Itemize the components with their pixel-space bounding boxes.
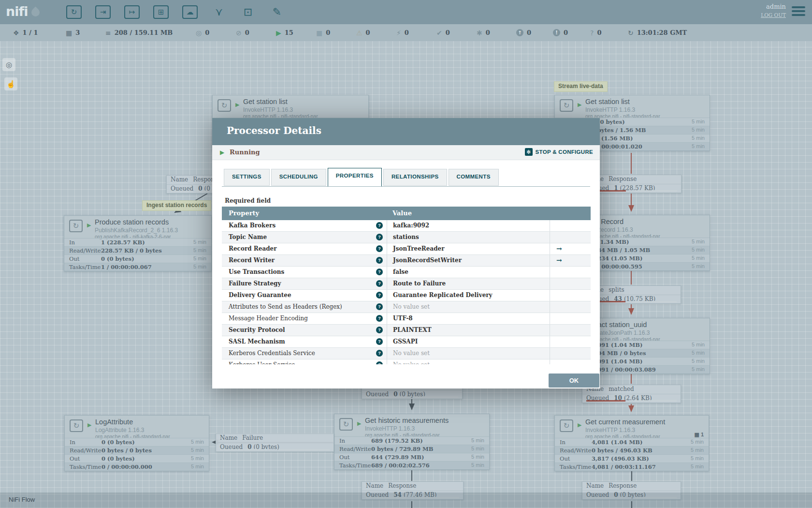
property-row[interactable]: Topic Name? stations (222, 232, 591, 243)
processor-type: InvokeHTTP 1.16.3 (585, 106, 635, 113)
property-row[interactable]: Security Protocol? PLAINTEXT (222, 325, 591, 336)
running-indicator-icon: ▶ (235, 102, 239, 108)
help-icon[interactable]: ? (376, 257, 383, 264)
properties-table: Property Value Kafka Brokers? kafka:9092… (222, 207, 591, 364)
help-icon[interactable]: ? (376, 338, 383, 345)
tab-properties[interactable]: PROPERTIES (328, 168, 382, 186)
logout-link[interactable]: LOG OUT (761, 12, 786, 18)
processor-icon: ↻ (70, 419, 83, 432)
disabled-status: ⚡0 (396, 24, 409, 41)
processor-get-current-measurement[interactable]: ↻ ▶ Get current measurement InvokeHTTP 1… (554, 415, 709, 471)
property-row[interactable]: Record Reader? JsonTreeReader → (222, 243, 591, 255)
canvas-label[interactable]: Ingest station records (142, 200, 211, 211)
sync-failure-icon: ? (590, 29, 594, 37)
help-icon[interactable]: ? (376, 280, 383, 287)
processor-name: Get station list (585, 98, 630, 105)
processor-icon: ↻ (69, 220, 83, 232)
cluster-icon: ❖ (13, 29, 19, 37)
output-port-tool-icon[interactable]: ↦ (124, 5, 140, 19)
help-icon[interactable]: ? (376, 361, 383, 364)
property-row[interactable]: Kerberos User Service? No value set (222, 359, 591, 364)
running-icon: ▶ (276, 29, 281, 37)
required-field-note: Required field (225, 197, 271, 204)
stat-row: Out3,817 (496.03 KB)5 min (555, 454, 709, 463)
cluster-node-badge: ▦ 1 (694, 432, 704, 438)
stat-row: In0 (0 bytes)5 min (65, 438, 209, 446)
breadcrumb[interactable]: NiFi Flow (9, 496, 35, 503)
property-row[interactable]: SASL Mechanism? GSSAPI (222, 336, 591, 348)
help-icon[interactable]: ? (376, 315, 383, 322)
dialog-status-bar: ▶ Running ✻ STOP & CONFIGURE (212, 145, 600, 160)
tab-relationships[interactable]: RELATIONSHIPS (383, 169, 447, 186)
processor-type: InvokeHTTP 1.16.3 (585, 427, 635, 433)
help-icon[interactable]: ? (376, 222, 383, 229)
processor-produce-station-records[interactable]: ↻ ▶ Produce station records PublishKafka… (64, 215, 212, 271)
help-icon[interactable]: ? (376, 303, 383, 310)
current-user: admin (761, 3, 786, 10)
property-row[interactable]: Kerberos Credentials Service? No value s… (222, 348, 591, 359)
property-row[interactable]: Use Transactions? false (222, 267, 591, 278)
processor-tool-icon[interactable]: ↻ (66, 5, 82, 19)
help-icon[interactable]: ? (376, 350, 383, 357)
processor-type: LogAttribute 1.16.3 (95, 427, 144, 433)
running-indicator-icon: ▶ (220, 149, 224, 156)
process-group-tool-icon[interactable]: ⊞ (153, 5, 169, 19)
running-indicator-icon: ▶ (87, 222, 91, 228)
nifi-logo: nifi (6, 4, 40, 19)
queue-icon: ≡ (105, 29, 111, 37)
canvas-hand-icon[interactable]: ☝ (4, 77, 17, 90)
invalid-status: ⚠0 (356, 24, 370, 41)
stat-row: Tasks/Time689 / 00:02:02.5765 min (334, 461, 489, 469)
tab-comments[interactable]: COMMENTS (449, 169, 499, 186)
remote-process-group-tool-icon[interactable]: ☁ (182, 5, 198, 19)
tab-scheduling[interactable]: SCHEDULING (271, 169, 326, 186)
property-row[interactable]: Delivery Guarantee? Guarantee Replicated… (222, 290, 591, 301)
processor-type: InvokeHTTP 1.16.3 (243, 106, 293, 113)
processor-get-historic-measurements[interactable]: ↻ ▶ Get historic measurements InvokeHTTP… (334, 414, 490, 470)
label-tool-icon[interactable]: ✎ (269, 4, 285, 20)
global-menu-icon[interactable] (792, 6, 805, 18)
stat-row: Tasks/Time0 / 00:00:00.0005 min (65, 463, 209, 471)
property-row[interactable]: Message Header Encoding? UTF-8 (222, 313, 591, 325)
help-icon[interactable]: ? (376, 269, 383, 275)
ok-button[interactable]: OK (549, 374, 599, 388)
processor-name: Get current measurement (585, 418, 665, 426)
nifi-logo-text: nifi (6, 4, 28, 19)
help-icon[interactable]: ? (376, 245, 383, 252)
stat-row: Read/Write0 bytes / 496.03 KB5 min (555, 446, 709, 454)
run-status-text: Running (230, 149, 260, 156)
refresh-status[interactable]: ↻13:01:28 GMT (628, 24, 687, 41)
locally-modified-stale-status: !0 (553, 24, 568, 41)
template-tool-icon[interactable]: ⊡ (240, 4, 256, 20)
stopped-icon: ■ (316, 29, 322, 37)
processor-log-attribute[interactable]: ↻ ▶ LogAttribute LogAttribute 1.16.3 org… (64, 415, 209, 471)
goto-service-icon[interactable]: → (556, 245, 562, 253)
processor-name: Get historic measurements (365, 417, 449, 424)
processor-icon: ↻ (339, 418, 353, 431)
processor-type: PublishKafkaRecord_2_6 1.16.3 (95, 227, 178, 234)
app-header: nifi ↻ ⇥ ↦ ⊞ ☁ ⋎ ⊡ ✎ admin LOG OUT (0, 0, 812, 24)
stat-row: Tasks/Time1 / 00:00:00.0675 min (64, 263, 211, 271)
property-row[interactable]: Attributes to Send as Headers (Regex)? N… (222, 301, 591, 313)
help-icon[interactable]: ? (376, 327, 383, 333)
processor-icon: ↻ (218, 99, 231, 112)
help-icon[interactable]: ? (376, 234, 383, 240)
canvas-label[interactable]: Stream live-data (554, 81, 608, 92)
stop-and-configure-button[interactable]: ✻ STOP & CONFIGURE (525, 148, 593, 156)
canvas-target-icon[interactable]: ◎ (2, 58, 15, 71)
property-row[interactable]: Failure Strategy? Route to Failure (222, 278, 591, 290)
stat-row: Read/Write0 bytes / 729.89 MB5 min (334, 445, 489, 453)
goto-service-icon[interactable]: → (556, 256, 562, 264)
dialog-title: Processor Details (227, 125, 321, 136)
property-row[interactable]: Kafka Brokers? kafka:9092 (222, 220, 591, 232)
dialog-header: Processor Details (212, 118, 600, 145)
connection-label-failure[interactable]: NameFailure Queued0(0 bytes) (216, 433, 334, 452)
funnel-tool-icon[interactable]: ⋎ (211, 4, 227, 20)
property-row[interactable]: Record Writer? JsonRecordSetWriter → (222, 255, 591, 267)
nifi-drop-icon (30, 6, 42, 18)
queued-status: ≡208 / 159.11 MB (105, 24, 173, 41)
help-icon[interactable]: ? (376, 292, 383, 299)
tab-settings[interactable]: SETTINGS (224, 169, 270, 186)
stale-status: ↑0 (516, 24, 531, 41)
input-port-tool-icon[interactable]: ⇥ (95, 5, 111, 19)
